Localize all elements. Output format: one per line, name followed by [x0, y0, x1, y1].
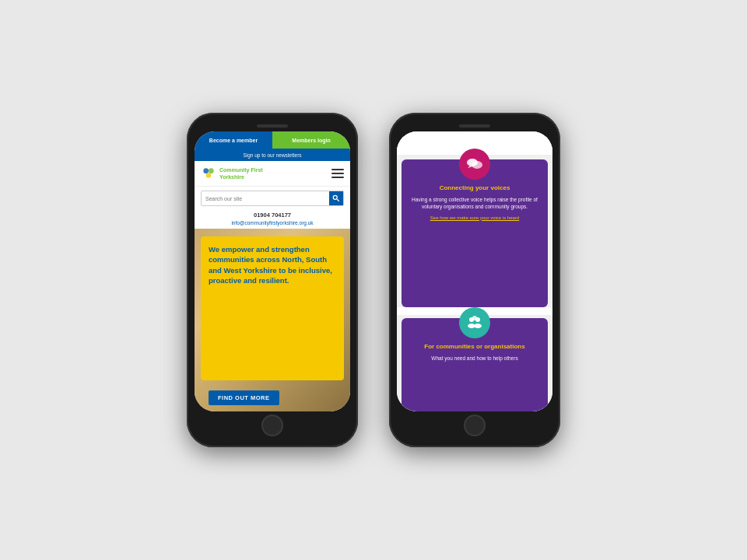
svg-point-10: [472, 316, 477, 320]
card-2-body: What you need and how to help others: [408, 355, 542, 362]
svg-point-3: [333, 195, 337, 199]
email-address[interactable]: info@communityfirstyorkshire.org.uk: [195, 220, 350, 229]
group-people-icon: [465, 313, 484, 332]
phone-2-speaker: [459, 124, 490, 128]
logo-text: Community First Yorkshire: [219, 166, 263, 180]
phone-2-content: Connecting your voices Having a strong c…: [397, 131, 552, 411]
svg-point-0: [203, 168, 209, 173]
phone-1-top-bar: [195, 121, 350, 131]
phone-1-nav: Community First Yorkshire: [195, 161, 350, 187]
chat-icon-circle: [459, 149, 490, 180]
phone-1-home-button[interactable]: [261, 415, 283, 436]
newsletter-bar[interactable]: Sign up to our newsletters: [195, 149, 350, 161]
card-2-title: For communities or organisations: [408, 343, 542, 351]
find-out-more-button[interactable]: FIND OUT MORE: [209, 390, 279, 405]
chat-bubbles-icon: [465, 155, 484, 173]
phone-1-logo: Community First Yorkshire: [201, 166, 331, 181]
hero-tagline: We empower and strengthen communities ac…: [209, 244, 336, 285]
phone-1: Become a member Members login Sign up to…: [187, 113, 358, 447]
svg-point-12: [474, 324, 482, 328]
search-input[interactable]: [202, 194, 329, 204]
scene: Become a member Members login Sign up to…: [187, 113, 560, 447]
phone-2-top-bar: [397, 121, 552, 131]
search-icon: [332, 194, 340, 202]
phone-2-bottom: [397, 411, 552, 439]
hero-section: We empower and strengthen communities ac…: [195, 229, 350, 411]
communities-card: For communities or organisations What yo…: [402, 318, 548, 411]
phone-number[interactable]: 01904 704177: [195, 210, 350, 220]
card-1-link[interactable]: See how we make sure your voice is heard: [408, 215, 542, 220]
phone-1-speaker: [257, 124, 288, 128]
search-bar: [201, 191, 344, 206]
hero-text-overlay: We empower and strengthen communities ac…: [201, 236, 344, 380]
connecting-voices-card: Connecting your voices Having a strong c…: [402, 159, 548, 307]
phone-1-screen: Become a member Members login Sign up to…: [195, 131, 350, 411]
logo-icon: [201, 166, 216, 181]
svg-point-1: [209, 168, 214, 173]
group-icon-circle: [459, 307, 490, 338]
card-1-title: Connecting your voices: [408, 184, 542, 192]
search-button[interactable]: [329, 191, 343, 205]
svg-line-4: [337, 199, 339, 201]
phone-1-bottom: [195, 411, 350, 439]
svg-point-2: [206, 173, 212, 178]
svg-point-6: [472, 161, 482, 169]
card-1-body: Having a strong collective voice helps r…: [408, 196, 542, 210]
become-member-button[interactable]: Become a member: [195, 131, 272, 149]
phone-1-header-buttons: Become a member Members login: [195, 131, 350, 149]
phone-2-home-button[interactable]: [464, 415, 486, 436]
phone-2-screen: Connecting your voices Having a strong c…: [397, 131, 552, 411]
phone-2: Connecting your voices Having a strong c…: [389, 113, 560, 447]
hamburger-menu-button[interactable]: [331, 169, 344, 178]
members-login-button[interactable]: Members login: [272, 131, 350, 149]
